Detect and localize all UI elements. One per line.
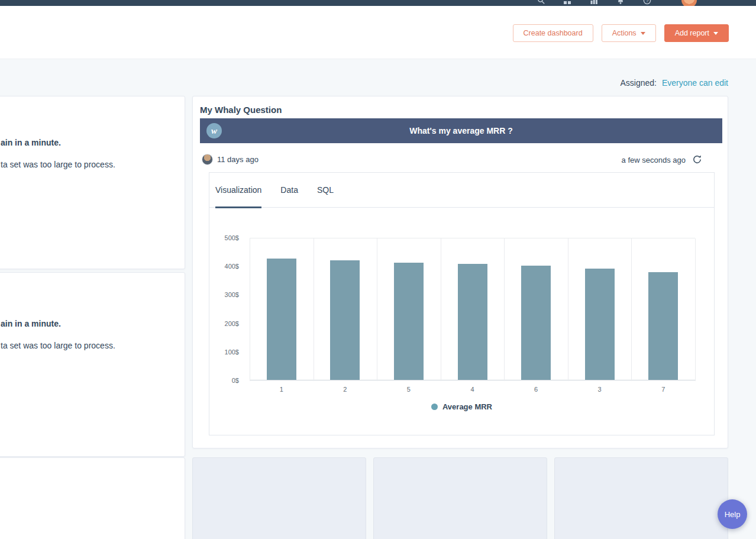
question-meta: 11 days ago: [202, 154, 259, 165]
assigned-label: Assigned:: [620, 78, 656, 88]
whaly-question-card: My Whaly Question w What's my average MR…: [192, 96, 728, 448]
dashboard-toolbar: Create dashboard Actions Add report: [0, 6, 756, 59]
caret-down-icon: [713, 32, 718, 35]
add-report-label: Add report: [675, 29, 709, 37]
error-title-fragment: ain in a minute.: [1, 138, 61, 147]
marketplace-icon[interactable]: [563, 0, 571, 5]
grid-separator: [441, 238, 441, 381]
refresh-icon[interactable]: [692, 154, 702, 164]
y-axis-label: 400$: [209, 263, 239, 270]
report-card-error-2: ain in a minute. ta set was too large to…: [0, 272, 185, 457]
grid-separator: [695, 238, 696, 381]
bar-5: [394, 263, 424, 380]
notifications-icon[interactable]: [616, 0, 625, 5]
error-text-fragment: ta set was too large to process.: [1, 160, 115, 169]
last-refreshed-label: a few seconds ago: [622, 156, 686, 164]
report-skeleton-2: [373, 457, 547, 539]
legend-dot: [431, 404, 438, 410]
tab-data[interactable]: Data: [280, 173, 298, 208]
report-skeleton-3: [554, 457, 728, 539]
bar-3: [585, 269, 615, 380]
actions-label: Actions: [612, 29, 637, 37]
tab-label: Visualization: [215, 185, 261, 195]
search-icon[interactable]: [537, 0, 545, 5]
tab-label: SQL: [317, 185, 334, 195]
assigned-row: Assigned: Everyone can edit: [620, 78, 728, 88]
legend-item-average-mrr[interactable]: Average MRR: [209, 402, 714, 411]
question-header-bar[interactable]: w What's my average MRR ?: [200, 118, 722, 143]
grid-separator: [631, 238, 632, 381]
y-axis-label: 200$: [209, 320, 239, 327]
y-axis: 0$100$200$300$400$500$: [209, 238, 244, 380]
grid-separator: [568, 238, 568, 381]
bar-1: [267, 259, 296, 380]
legend-label: Average MRR: [442, 402, 492, 411]
x-axis-label: 7: [631, 386, 695, 393]
create-dashboard-label: Create dashboard: [524, 29, 583, 37]
x-axis-label: 5: [377, 386, 441, 393]
report-card-partial: [0, 457, 185, 539]
grid-separator: [314, 238, 314, 381]
grid-separator: [377, 238, 377, 381]
bar-4: [458, 264, 487, 380]
grid-separator: [250, 238, 250, 381]
x-axis-label: 1: [250, 386, 314, 393]
tab-visualization[interactable]: Visualization: [215, 173, 261, 208]
actions-button[interactable]: Actions: [602, 24, 656, 42]
help-icon[interactable]: ?: [643, 0, 651, 5]
y-axis-label: 300$: [209, 291, 239, 298]
top-navbar: ?: [0, 0, 756, 6]
tab-label: Data: [280, 185, 298, 195]
y-axis-label: 0$: [209, 377, 239, 384]
bar-2: [330, 260, 360, 380]
add-report-button[interactable]: Add report: [664, 24, 729, 42]
dashboard-content: Assigned: Everyone can edit ain in a min…: [0, 59, 756, 539]
help-button[interactable]: Help: [718, 499, 747, 529]
report-skeleton-1: [192, 457, 366, 539]
visualization-panel: Visualization Data SQL 0$100$200$300$400…: [209, 172, 715, 435]
error-title-fragment: ain in a minute.: [1, 319, 61, 328]
y-axis-label: 100$: [209, 348, 239, 356]
x-axis-label: 4: [441, 386, 505, 393]
user-avatar[interactable]: [681, 0, 697, 6]
x-axis-label: 3: [568, 386, 632, 393]
x-axis-label: 6: [504, 386, 568, 393]
grid-separator: [504, 238, 505, 381]
report-title: My Whaly Question: [200, 105, 282, 115]
author-avatar: [202, 154, 213, 165]
bar-6: [521, 266, 551, 380]
tab-sql[interactable]: SQL: [317, 173, 334, 208]
assigned-permission-link[interactable]: Everyone can edit: [662, 78, 728, 88]
page: ? Create dashboard Actions Add report As…: [0, 0, 756, 539]
reports-icon[interactable]: [590, 0, 598, 5]
x-axis-label: 2: [314, 386, 377, 393]
bar-chart-plot-area: 1254637: [250, 238, 695, 380]
bar-7: [648, 272, 678, 380]
help-button-label: Help: [725, 510, 741, 519]
tab-bar: Visualization Data SQL: [209, 173, 714, 208]
y-axis-label: 500$: [209, 234, 239, 241]
question-age: 11 days ago: [217, 155, 259, 164]
create-dashboard-button[interactable]: Create dashboard: [513, 24, 593, 42]
svg-text:?: ?: [646, 0, 649, 4]
report-card-error-1: ain in a minute. ta set was too large to…: [0, 96, 185, 269]
toolbar-buttons: Create dashboard Actions Add report: [513, 24, 729, 42]
question-text: What's my average MRR ?: [409, 126, 513, 135]
error-text-fragment: ta set was too large to process.: [1, 341, 115, 350]
whaly-logo-avatar: w: [206, 123, 222, 138]
caret-down-icon: [641, 32, 645, 35]
